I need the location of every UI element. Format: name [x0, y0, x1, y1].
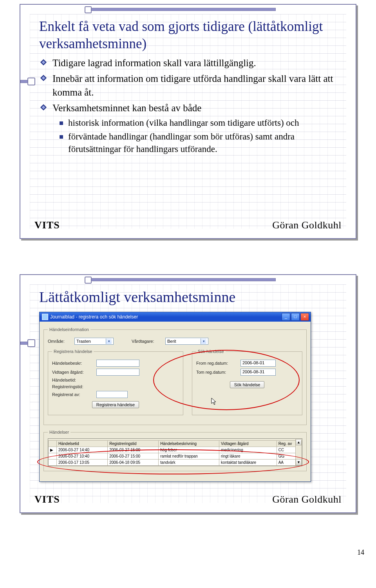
window-app-icon [42, 314, 48, 320]
footer-org: VITS [34, 219, 60, 231]
footer-author: Göran Goldkuhl [272, 494, 342, 505]
window-titlebar[interactable]: Journalblad - registrera och sök händels… [40, 312, 311, 322]
diamond-bullet-icon [40, 104, 47, 111]
registrera-legend: Registrera händelse [52, 349, 94, 354]
vardtagare-label: Vårdtagare: [132, 339, 162, 344]
handelser-fieldset: Händelser Händelsetid Registreringstid H… [43, 430, 307, 471]
table-row[interactable]: ▶ 2006-03-27 14:40 2006-03-27 15:00 hög … [49, 447, 302, 453]
bullet-text: Innebär att information om tidigare utfö… [52, 73, 333, 98]
handelsetid-label: Händelsetid: [52, 378, 93, 382]
cell: 2006-03-27 15:00 [108, 453, 159, 460]
cell: ramlat nedför trappan [159, 453, 219, 460]
bullet-item: Verksamhetsminnet kan bestå av både hist… [39, 101, 342, 156]
chevron-down-icon: ▾ [201, 338, 206, 344]
slide2-title: Lättåtkomligt verksamhetsminne [39, 288, 342, 306]
from-date-input[interactable]: 2006-08-01 [240, 360, 276, 367]
diamond-bullet-icon [40, 74, 47, 81]
scroll-down-icon[interactable]: ▼ [296, 459, 302, 465]
handelser-table[interactable]: Händelsetid Registreringstid Händelsebes… [48, 440, 302, 466]
vidtagen-input[interactable] [96, 369, 139, 376]
registrera-fieldset: Registrera händelse Händelsebeskr: Vidta… [48, 349, 183, 415]
sub-bullet-text: förväntade handlingar (handlingar som bö… [68, 132, 295, 154]
cell: 2006-03-27 14:40 [57, 447, 108, 453]
handelse-info-legend: Händelseinformation [48, 327, 90, 332]
handelser-table-wrap: Händelsetid Registreringstid Händelsebes… [48, 438, 302, 466]
slide-footer: VITS Göran Goldkuhl [34, 219, 342, 231]
table-scrollbar[interactable]: ▲ ▼ [295, 439, 302, 465]
handelser-legend: Händelser [48, 430, 70, 434]
slide-corner-ornament [85, 6, 92, 13]
page-number: 14 [8, 548, 368, 557]
bullet-text: Verksamhetsminnet kan bestå av både [52, 103, 201, 113]
registrerat-av-label: Registrerat av: [52, 392, 93, 397]
bullet-item: Tidigare lagrad information skall vara l… [39, 56, 342, 70]
cell: hög feber [159, 447, 219, 453]
footer-org: VITS [34, 494, 60, 505]
registreringstid-label: Registreringstid: [52, 384, 93, 389]
diamond-bullet-icon [40, 59, 47, 66]
slide1-bullet-list: Tidigare lagrad information skall vara l… [39, 56, 342, 156]
window-title-text: Journalblad - registrera och sök händels… [50, 314, 282, 320]
slide-left-ornament [27, 78, 35, 85]
row-marker [49, 453, 57, 460]
row-marker: ▶ [49, 447, 57, 453]
cell: 2006-04-18 09:05 [108, 460, 159, 466]
table-row[interactable]: 2006-03-17 13:05 2006-04-18 09:05 tandvä… [49, 460, 302, 466]
cell: tandvärk [159, 460, 219, 466]
journalblad-window: Journalblad - registrera och sök händels… [39, 312, 311, 482]
handelse-info-fieldset: Händelseinformation Område: Trasten ▾ Vå… [43, 327, 307, 425]
table-header-row: Händelsetid Registreringstid Händelsebes… [49, 441, 302, 447]
col-marker[interactable] [49, 441, 57, 447]
slide1-title: Enkelt få veta vad som gjorts tidigare (… [39, 18, 342, 52]
handelsebeskr-input[interactable] [96, 360, 139, 367]
col-handelsebeskrivning[interactable]: Händelsebeskrivning [159, 441, 219, 447]
col-vidtagen-atgard[interactable]: Vidtagen åtgärd [219, 441, 277, 447]
sub-bullet-item: förväntade handlingar (handlingar som bö… [58, 130, 342, 155]
omrade-value: Trasten [76, 339, 91, 344]
cell: medicinering [219, 447, 277, 453]
cell: ringt läkare [219, 453, 277, 460]
from-date-label: From reg.datum: [196, 361, 237, 365]
svg-marker-6 [212, 398, 216, 405]
cell: kontaktat tandläkare [219, 460, 277, 466]
handelsebeskr-label: Händelsebeskr: [52, 361, 93, 365]
vardtagare-select[interactable]: Berit ▾ [165, 338, 208, 345]
registrera-handelse-button[interactable]: Registrera händelse [92, 401, 139, 408]
registrerat-av-input[interactable] [96, 391, 128, 398]
vardtagare-value: Berit [167, 339, 176, 344]
cell: 2006-03-17 13:05 [57, 460, 108, 466]
scroll-up-icon[interactable]: ▲ [296, 439, 302, 445]
window-minimize-button[interactable]: _ [282, 313, 290, 321]
sub-bullet-item: historisk information (vilka handlingar … [58, 117, 342, 129]
row-marker [49, 460, 57, 466]
table-row[interactable]: 2006-03-27 10:40 2006-03-27 15:00 ramlat… [49, 453, 302, 460]
sok-legend: Sök händelse [196, 349, 226, 354]
mouse-cursor-icon [211, 398, 217, 405]
slide-top-accent [87, 8, 276, 11]
footer-author: Göran Goldkuhl [272, 219, 342, 231]
slide-footer: VITS Göran Goldkuhl [34, 494, 342, 505]
sok-fieldset: Sök händelse From reg.datum:2006-08-01 T… [192, 349, 302, 415]
vidtagen-label: Vidtagen åtgärd: [52, 370, 93, 375]
bullet-text: Tidigare lagrad information skall vara l… [52, 58, 256, 68]
window-body: Händelseinformation Område: Trasten ▾ Vå… [40, 322, 311, 481]
tom-date-label: Tom reg.datum: [196, 370, 237, 375]
bullet-item: Innebär att information om tidigare utfö… [39, 72, 342, 99]
window-maximize-button[interactable]: □ [291, 313, 300, 321]
col-registreringstid[interactable]: Registreringstid [108, 441, 159, 447]
omrade-label: Område: [48, 339, 71, 344]
tom-date-input[interactable]: 2006-08-31 [240, 369, 276, 376]
slide-top-accent [87, 278, 276, 281]
slide-2: Lättåtkomligt verksamhetsminne Journalbl… [20, 274, 356, 513]
slide-corner-ornament [85, 277, 92, 284]
omrade-select[interactable]: Trasten ▾ [74, 338, 114, 345]
sok-handelse-button[interactable]: Sök händelse [230, 381, 265, 388]
slide-1: Enkelt få veta vad som gjorts tidigare (… [20, 4, 356, 239]
cell: 2006-03-27 15:00 [108, 447, 159, 453]
col-handelsetid[interactable]: Händelsetid [57, 441, 108, 447]
window-close-button[interactable]: × [300, 313, 309, 321]
sub-bullet-text: historisk information (vilka handlingar … [68, 118, 299, 128]
slide1-sub-list: historisk information (vilka handlingar … [58, 117, 342, 156]
cell: 2006-03-27 10:40 [57, 453, 108, 460]
chevron-down-icon: ▾ [106, 338, 112, 344]
